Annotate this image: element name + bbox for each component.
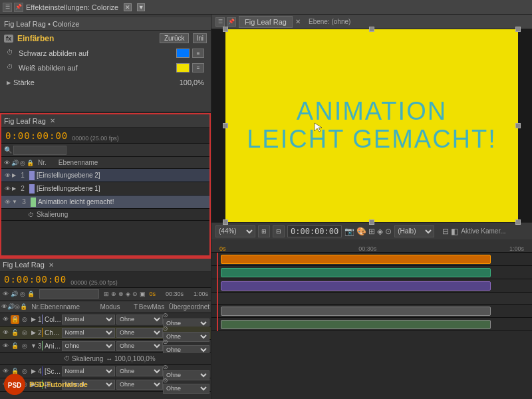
layer5-bewmas[interactable]: Ohne — [116, 380, 163, 390]
track-block-2[interactable] — [221, 268, 491, 277]
panel-close-button[interactable]: ✕ — [124, 3, 132, 11]
handle-bottom-mid[interactable] — [369, 219, 374, 225]
schwarz-color-swatch[interactable] — [176, 49, 190, 58]
weiss-color-btn[interactable]: ≡ — [192, 63, 204, 72]
tl-ctrl-2[interactable]: ⊕ — [111, 291, 116, 297]
solo-icon-bl1[interactable]: ◎ — [20, 315, 29, 324]
lock-ctrl-icon[interactable]: 🔒 — [27, 160, 34, 166]
layer2-bewmas[interactable]: Ohne — [116, 328, 163, 338]
comp-menu-icon[interactable]: ☰ — [215, 17, 225, 27]
comp-window-controls[interactable]: ☰ 📌 — [215, 17, 236, 27]
solo-ctrl-icon[interactable]: ◎ — [20, 160, 25, 166]
handle-top-mid[interactable] — [369, 27, 374, 32]
3d-icon[interactable]: ⊙ — [385, 227, 392, 236]
layer1-bewmas[interactable]: Ohne — [116, 315, 163, 325]
audio-ctrl-icon[interactable]: 🔊 — [11, 160, 19, 166]
handle-mid-right[interactable] — [515, 123, 521, 128]
expand-icon-bl2[interactable]: ▶ — [29, 329, 38, 337]
timeline-top-timecode[interactable]: 0:00:00:00 — [5, 130, 68, 141]
solo-icon-bl2[interactable]: ◎ — [20, 329, 29, 337]
layer5-uber[interactable]: ⊙ Ohne — [163, 376, 209, 394]
tl-audio-ctrl[interactable]: 🔊 — [11, 291, 18, 297]
table-row[interactable]: 👁 ▶ 1 [Einstellungsebene 2] — [1, 169, 209, 182]
layer4-bewmas[interactable]: Ohne — [116, 366, 163, 376]
eye-icon-l2[interactable]: 👁 — [3, 184, 12, 194]
tl-eye-ctrl[interactable]: 👁 — [3, 291, 9, 297]
region-icon[interactable]: ⊟ — [442, 227, 449, 236]
weiss-color-swatch[interactable] — [176, 63, 190, 72]
layer3-bewmas-select[interactable]: Ohne — [116, 341, 163, 351]
quality-select[interactable]: (Halb) — [394, 225, 434, 237]
tl-ctrl-6[interactable]: ▣ — [140, 291, 146, 297]
table-row[interactable]: 👁 ▶ 2 [Einstellungsebene 1] — [1, 182, 209, 196]
transparency-icon[interactable]: ◧ — [451, 227, 458, 236]
handle-top-left[interactable] — [223, 27, 228, 32]
tl-solo-ctrl[interactable]: ◎ — [20, 291, 25, 297]
pin-icon[interactable]: 📌 — [14, 3, 23, 12]
lock-icon-bl2[interactable]: 🔓 — [11, 329, 19, 337]
layer3-bewmas[interactable]: Ohne — [116, 341, 163, 351]
tl-ctrl-4[interactable]: ◈ — [126, 291, 130, 297]
window-controls[interactable]: ☰ 📌 — [3, 3, 23, 12]
eye-icon-l1[interactable]: 👁 — [3, 171, 12, 180]
mask-icon[interactable]: ◈ — [377, 227, 383, 236]
layer1-modus[interactable]: Normal — [62, 315, 115, 325]
expand-arrow-l3[interactable]: ▼ — [12, 199, 17, 205]
panel-expand-button[interactable]: ▼ — [137, 3, 145, 11]
layer2-modus-select[interactable]: Normal — [62, 328, 115, 338]
solo-icon-bl3[interactable]: ◎ — [20, 342, 29, 350]
tl-lock-ctrl[interactable]: 🔒 — [27, 291, 35, 297]
comp-pin-icon[interactable]: 📌 — [227, 17, 236, 27]
timeline-top-search-input[interactable] — [13, 146, 66, 155]
layer2-modus[interactable]: Normal — [62, 328, 115, 338]
timeline-bottom-close[interactable]: ✕ — [49, 261, 54, 269]
tl-ctrl-1[interactable]: ⊞ — [104, 291, 109, 297]
camera-icon[interactable]: 📷 — [344, 227, 354, 236]
track-block-1[interactable] — [221, 255, 491, 264]
layer5-bewmas-select[interactable]: Ohne — [116, 380, 163, 390]
timeline-bottom-timecode[interactable]: 0:00:00:00 — [4, 274, 66, 285]
lock-icon-bl1[interactable]: 🔒 — [11, 315, 19, 324]
layer1-modus-select[interactable]: Normal — [62, 315, 115, 325]
track-block-3[interactable] — [221, 281, 491, 291]
eye-ctrl-icon[interactable]: 👁 — [4, 160, 10, 166]
composition-tab[interactable]: Fig Leaf Rag — [239, 16, 293, 28]
comp-tab-close[interactable]: ✕ — [295, 18, 301, 25]
layer5-uber-select[interactable]: Ohne — [163, 384, 209, 394]
lock-icon-bl3[interactable]: 🔓 — [11, 342, 19, 350]
color-icon[interactable]: 🎨 — [356, 227, 366, 236]
layer3-modus[interactable]: Ohne — [62, 341, 115, 351]
comp-timecode[interactable]: 0:00:00:00 — [287, 225, 342, 237]
table-row[interactable]: 👁 ▼ 3 Animation leicht gemacht! — [1, 196, 209, 209]
fit-btn[interactable]: ⊞ — [258, 225, 270, 237]
eye-icon-bl1[interactable]: 👁 — [1, 315, 10, 324]
zoom-select[interactable]: (44%) — [215, 225, 255, 237]
layer2-bewmas-select[interactable]: Ohne — [116, 328, 163, 338]
handle-mid-left[interactable] — [223, 123, 228, 128]
expand-icon-bl3[interactable]: ▼ — [29, 342, 38, 350]
eye-icon-bl3[interactable]: 👁 — [1, 342, 10, 350]
grid2-icon[interactable]: ⊞ — [368, 227, 375, 236]
handle-bottom-right[interactable] — [515, 219, 521, 225]
tl-search-bar[interactable] — [39, 289, 99, 299]
layer4-bewmas-select[interactable]: Ohne — [116, 366, 163, 376]
menu-icon[interactable]: ☰ — [3, 3, 12, 12]
grid-btn[interactable]: ⊟ — [273, 225, 285, 237]
ini-button[interactable]: Ini — [193, 33, 207, 43]
list-item[interactable]: 👁 🔓 ◎ ▼ 3 Animation leicht gemacht! Ohne — [0, 340, 211, 353]
handle-bottom-left[interactable] — [223, 219, 228, 225]
timeline-top-close[interactable]: ✕ — [50, 117, 55, 124]
track-block-5[interactable] — [221, 320, 491, 329]
expand-icon-bl1[interactable]: ▶ — [29, 315, 38, 324]
layer3-modus-select[interactable]: Ohne — [62, 341, 115, 351]
handle-top-right[interactable] — [515, 27, 521, 32]
schwarz-color-btn[interactable]: ≡ — [192, 49, 204, 58]
eye-icon-l3[interactable]: 👁 — [3, 198, 12, 207]
layer3-uber[interactable]: ⊙ Ohne — [163, 337, 209, 355]
zuruck-button[interactable]: Zurück — [160, 33, 190, 43]
tl-ctrl-3[interactable]: ⊗ — [118, 291, 124, 297]
tl-ctrl-5[interactable]: ⊙ — [132, 291, 138, 297]
eye-icon-bl2[interactable]: 👁 — [1, 329, 10, 337]
track-block-4[interactable] — [221, 307, 491, 316]
layer1-bewmas-select[interactable]: Ohne — [116, 315, 163, 325]
